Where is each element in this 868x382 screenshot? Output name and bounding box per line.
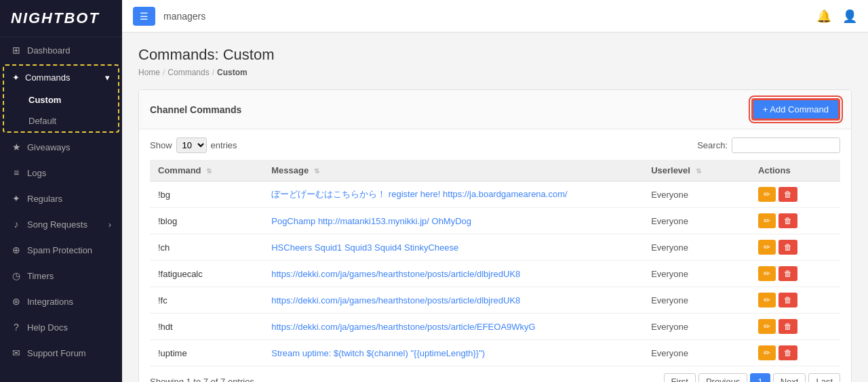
delete-button[interactable]: 🗑 [778, 345, 797, 360]
cell-userlevel: Everyone [643, 314, 750, 340]
cell-command: !blog [150, 208, 263, 234]
cell-message: ぼーどげーむはこちらから！ register here! https://ja.… [263, 182, 643, 208]
sidebar-item-label: Spam Protection [27, 245, 92, 255]
cell-command: !hdt [150, 314, 263, 340]
pagination-next[interactable]: Next [773, 373, 806, 382]
table-row: !bg ぼーどげーむはこちらから！ register here! https:/… [150, 182, 840, 208]
sidebar-item-label: Timers [27, 271, 54, 281]
search-box: Search: [697, 137, 840, 153]
cell-command: !fc [150, 287, 263, 314]
sidebar-item-label: Dashboard [27, 45, 71, 56]
sidebar-item-label: Help Docs [27, 322, 68, 333]
table-row: !uptime Stream uptime: $(twitch $(channe… [150, 340, 840, 366]
commands-panel: Channel Commands + Add Command Show 10 2… [138, 89, 852, 382]
pagination-first[interactable]: First [664, 373, 696, 382]
sidebar-item-label: Integrations [27, 297, 73, 307]
topbar: ☰ managers 🔔 👤 [122, 0, 868, 33]
pagination-1[interactable]: 1 [750, 373, 770, 382]
cell-actions: ✏ 🗑 [750, 208, 840, 234]
pagination: First Previous 1 Next Last [664, 373, 840, 382]
search-input[interactable] [732, 137, 840, 153]
edit-button[interactable]: ✏ [758, 345, 776, 360]
arrow-icon: › [108, 219, 111, 230]
page-title: Commands: Custom [138, 46, 852, 64]
cell-command: !bg [150, 182, 263, 208]
table-row: !fatiguecalc https://dekki.com/ja/games/… [150, 261, 840, 287]
sidebar-item-support-forum[interactable]: ✉ Support Forum [0, 340, 122, 366]
sidebar-item-song-requests[interactable]: ♪ Song Requests › [0, 211, 122, 237]
col-command[interactable]: Command ⇅ [150, 160, 263, 182]
main-area: ☰ managers 🔔 👤 Commands: Custom Home / C… [122, 0, 868, 382]
breadcrumb-sep1: / [163, 68, 165, 77]
sidebar-item-logs[interactable]: ≡ Logs [0, 160, 122, 186]
dashboard-icon: ⊞ [11, 45, 22, 56]
cell-message: https://dekki.com/ja/games/hearthstone/p… [263, 287, 643, 314]
show-label: Show [150, 140, 172, 150]
col-message[interactable]: Message ⇅ [263, 160, 643, 182]
delete-button[interactable]: 🗑 [778, 319, 797, 334]
edit-button[interactable]: ✏ [758, 319, 776, 334]
delete-button[interactable]: 🗑 [778, 240, 797, 255]
cell-command: !ch [150, 234, 263, 261]
table-row: !blog PogChamp http://matanki153.mynikki… [150, 208, 840, 234]
sidebar-item-default[interactable]: Default [4, 110, 118, 131]
cell-actions: ✏ 🗑 [750, 314, 840, 340]
sidebar-item-spam-protection[interactable]: ⊕ Spam Protection [0, 237, 122, 263]
edit-button[interactable]: ✏ [758, 293, 776, 307]
sidebar-item-help-docs[interactable]: ? Help Docs [0, 314, 122, 340]
cell-message: PogChamp http://matanki153.mynikki.jp/ O… [263, 208, 643, 234]
edit-button[interactable]: ✏ [758, 213, 776, 228]
cell-command: !uptime [150, 340, 263, 366]
delete-button[interactable]: 🗑 [778, 187, 797, 202]
cell-actions: ✏ 🗑 [750, 287, 840, 314]
cell-userlevel: Everyone [643, 340, 750, 366]
sidebar-item-timers[interactable]: ◷ Timers [0, 263, 122, 289]
chevron-down-icon: ▾ [105, 72, 110, 83]
giveaways-icon: ★ [11, 142, 22, 152]
pagination-last[interactable]: Last [808, 373, 840, 382]
show-entries: Show 10 25 50 entries [150, 137, 237, 153]
edit-button[interactable]: ✏ [758, 240, 776, 255]
delete-button[interactable]: 🗑 [778, 213, 797, 228]
delete-button[interactable]: 🗑 [778, 266, 797, 281]
cell-userlevel: Everyone [643, 234, 750, 261]
panel-header: Channel Commands + Add Command [139, 90, 851, 129]
showing-text: Showing 1 to 7 of 7 entries [150, 377, 254, 382]
entries-select[interactable]: 10 25 50 [176, 137, 207, 153]
sidebar-item-dashboard[interactable]: ⊞ Dashboard [0, 37, 122, 63]
edit-button[interactable]: ✏ [758, 266, 776, 281]
breadcrumb-home[interactable]: Home [138, 68, 160, 77]
commands-label: Commands [25, 72, 70, 83]
sidebar-item-giveaways[interactable]: ★ Giveaways [0, 134, 122, 160]
timers-icon: ◷ [11, 270, 22, 281]
delete-button[interactable]: 🗑 [778, 293, 797, 307]
sidebar-item-commands[interactable]: ✦ Commands ▾ [4, 66, 118, 89]
panel-title: Channel Commands [150, 104, 241, 115]
pagination-previous[interactable]: Previous [698, 373, 748, 382]
sidebar-item-integrations[interactable]: ⊛ Integrations [0, 289, 122, 314]
user-icon[interactable]: 👤 [842, 9, 857, 24]
table-row: !ch HSCheers Squid1 Squid3 Squid4 Stinky… [150, 234, 840, 261]
edit-button[interactable]: ✏ [758, 187, 776, 202]
sidebar-item-label: Giveaways [27, 142, 71, 152]
cell-userlevel: Everyone [643, 287, 750, 314]
add-command-button[interactable]: + Add Command [751, 98, 840, 121]
help-docs-icon: ? [11, 322, 22, 333]
cell-actions: ✏ 🗑 [750, 182, 840, 208]
col-userlevel[interactable]: Userlevel ⇅ [643, 160, 750, 182]
sidebar-item-label: Support Forum [27, 348, 86, 358]
song-requests-icon: ♪ [11, 219, 22, 230]
search-label: Search: [697, 140, 728, 150]
sidebar-item-regulars[interactable]: ✦ Regulars [0, 186, 122, 211]
cell-actions: ✏ 🗑 [750, 261, 840, 287]
cell-command: !fatiguecalc [150, 261, 263, 287]
sidebar-item-custom[interactable]: Custom [4, 89, 118, 110]
breadcrumb-commands[interactable]: Commands [167, 68, 209, 77]
sidebar-item-label: Song Requests [27, 219, 87, 230]
bell-icon[interactable]: 🔔 [816, 9, 831, 24]
commands-section: ✦ Commands ▾ Custom Default [3, 64, 119, 133]
menu-button[interactable]: ☰ [133, 7, 155, 26]
cell-message: https://dekki.com/ja/games/hearthstone/p… [263, 314, 643, 340]
table-row: !hdt https://dekki.com/ja/games/hearthst… [150, 314, 840, 340]
topbar-right: 🔔 👤 [816, 9, 857, 24]
